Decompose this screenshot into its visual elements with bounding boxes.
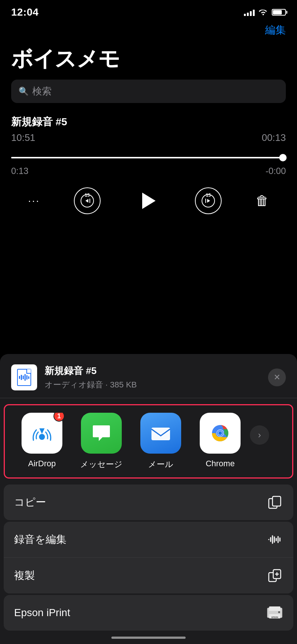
progress-end: -0:00	[265, 166, 286, 176]
waveform-mini-icon	[19, 374, 29, 381]
epson-label: Epson iPrint	[14, 607, 70, 619]
progress-container[interactable]	[0, 157, 297, 158]
edit-recording-action[interactable]: 録音を編集	[4, 522, 293, 557]
forward-button[interactable]: 15	[195, 187, 222, 214]
share-close-button[interactable]: ✕	[268, 368, 286, 386]
share-file-name: 新規録音 #5	[45, 364, 268, 377]
app-item-airdrop[interactable]: 1 AirDrop	[12, 413, 72, 470]
edit-recording-label: 録音を編集	[14, 532, 66, 547]
status-time: 12:04	[11, 6, 39, 18]
file-doc-icon	[17, 369, 31, 386]
chrome-label: Chrome	[206, 459, 235, 468]
search-placeholder: 検索	[32, 85, 52, 98]
home-bar	[111, 637, 186, 639]
header: 編集	[0, 19, 297, 37]
home-indicator	[0, 631, 297, 644]
controls: ··· 15 15 🗑	[0, 180, 297, 225]
recording-meta: 10:51 00:13	[11, 132, 286, 144]
rewind-button[interactable]: 15	[74, 187, 101, 214]
progress-thumb	[279, 154, 287, 161]
progress-track[interactable]	[11, 157, 286, 158]
chrome-icon-wrap	[200, 413, 241, 454]
svg-point-26	[278, 611, 280, 613]
mail-icon-wrap	[140, 413, 181, 454]
battery-icon	[272, 9, 286, 16]
messages-icon-wrap	[81, 413, 122, 454]
copy-icon	[267, 494, 283, 511]
recording-duration: 00:13	[262, 132, 286, 144]
messages-icon	[81, 413, 122, 454]
more-apps-item[interactable]: ›	[250, 413, 273, 470]
wifi-icon	[258, 8, 268, 17]
edit-button[interactable]: 編集	[265, 23, 286, 37]
progress-fill	[11, 157, 286, 158]
delete-button[interactable]: 🗑	[255, 193, 269, 209]
chrome-icon	[200, 413, 241, 454]
share-file-sub: オーディオ録音 · 385 KB	[45, 379, 268, 390]
svg-point-9	[218, 431, 222, 435]
search-container: 🔍 検索	[0, 74, 297, 109]
progress-start: 0:13	[11, 166, 29, 176]
duplicate-label: 複製	[14, 569, 35, 583]
app-item-messages[interactable]: メッセージ	[72, 413, 131, 470]
recording-item[interactable]: 新規録音 #5 10:51 00:13	[0, 109, 297, 157]
page-title: ボイスメモ	[0, 37, 297, 74]
svg-rect-3	[151, 428, 170, 440]
share-file-header: 新規録音 #5 オーディオ録音 · 385 KB ✕	[0, 354, 297, 398]
epson-icon: EPSON	[267, 605, 283, 621]
airdrop-label: AirDrop	[28, 459, 56, 468]
svg-rect-11	[272, 496, 281, 506]
edit-duplicate-group: 録音を編集 複製	[4, 522, 293, 593]
recording-title: 新規録音 #5	[11, 115, 286, 129]
signal-icon	[244, 9, 255, 16]
svg-point-2	[39, 434, 45, 440]
copy-label: コピー	[14, 495, 46, 509]
share-sheet: 新規録音 #5 オーディオ録音 · 385 KB ✕	[0, 354, 297, 644]
app-icons-scroll: 1 AirDrop メッセージ	[5, 413, 292, 470]
messages-label: メッセージ	[80, 459, 123, 470]
copy-action[interactable]: コピー	[4, 484, 293, 520]
status-bar: 12:04	[0, 0, 297, 19]
waveform-icon	[267, 531, 283, 548]
file-info: 新規録音 #5 オーディオ録音 · 385 KB	[45, 364, 268, 390]
duplicate-action[interactable]: 複製	[4, 557, 293, 593]
app-icons-container: 1 AirDrop メッセージ	[4, 404, 293, 479]
duplicate-icon	[267, 567, 283, 584]
epson-action[interactable]: Epson iPrint EPSON	[4, 595, 293, 631]
more-apps-arrow: ›	[250, 425, 269, 445]
app-item-chrome[interactable]: Chrome	[190, 413, 250, 470]
play-button[interactable]	[134, 187, 161, 214]
search-bar[interactable]: 🔍 検索	[11, 80, 286, 103]
app-item-mail[interactable]: メール	[131, 413, 190, 470]
airdrop-badge: 1	[53, 413, 65, 422]
action-rows: コピー 録音を編集	[0, 484, 297, 631]
status-icons	[244, 8, 286, 17]
progress-labels: 0:13 -0:00	[0, 162, 297, 180]
more-options-button[interactable]: ···	[28, 195, 40, 207]
svg-text:EPSON: EPSON	[271, 616, 278, 618]
airdrop-icon-wrap: 1	[22, 413, 62, 454]
search-icon: 🔍	[19, 87, 29, 96]
svg-rect-24	[269, 606, 280, 611]
file-icon	[11, 364, 37, 390]
recording-timestamp: 10:51	[11, 132, 35, 144]
mail-icon	[140, 413, 181, 454]
mail-label: メール	[148, 459, 173, 470]
